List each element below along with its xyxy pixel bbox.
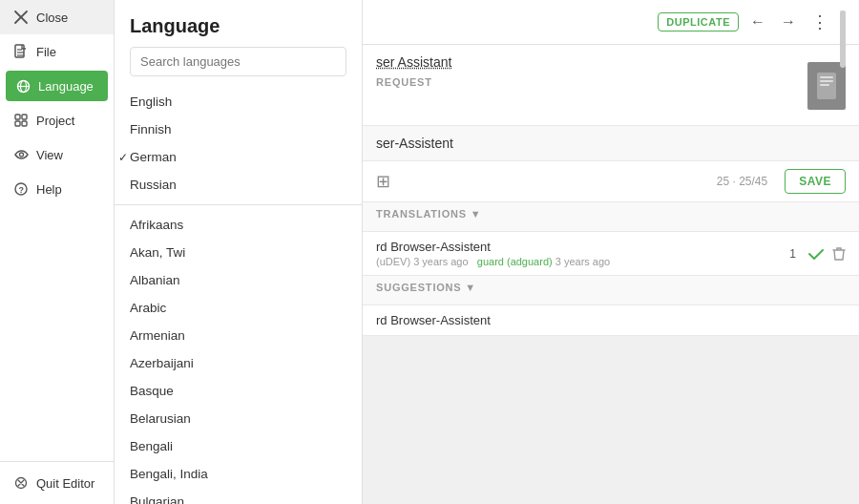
- language-item-russian[interactable]: Russian: [115, 171, 362, 199]
- sidebar-file-label: File: [36, 45, 56, 59]
- translations-label: TRANSLATIONS ▼: [376, 208, 846, 220]
- sidebar-item-project[interactable]: Project: [0, 103, 114, 137]
- language-label-russian: Russian: [130, 178, 177, 192]
- accept-suggestion-button[interactable]: [807, 247, 825, 261]
- sidebar-view-label: View: [36, 148, 63, 162]
- svg-rect-9: [15, 115, 20, 119]
- suggestion-author2-time: 3 years ago: [555, 256, 610, 267]
- sidebar-project-label: Project: [36, 114, 74, 128]
- language-label-belarusian: Belarusian: [130, 411, 191, 426]
- suggestion-author: (uDEV): [376, 256, 410, 267]
- nav-prev-button[interactable]: ←: [746, 11, 769, 32]
- svg-rect-20: [820, 84, 829, 86]
- sidebar-close-label: Close: [36, 10, 68, 25]
- sidebar: Close File Language: [0, 0, 115, 504]
- language-item-bengali[interactable]: Bengali: [115, 432, 362, 460]
- language-item-akan-twi[interactable]: Akan, Twi: [115, 239, 362, 266]
- suggestions-label: SUGGESTIONS ▼: [376, 282, 846, 293]
- language-label-akan-twi: Akan, Twi: [130, 245, 185, 260]
- language-list: English Finnish ✓ German Russian Afrikaa…: [115, 88, 362, 504]
- language-item-finnish[interactable]: Finnish: [115, 116, 362, 143]
- close-icon: [13, 10, 29, 25]
- sidebar-item-close[interactable]: Close: [0, 0, 114, 34]
- sidebar-item-quit[interactable]: Quit Editor: [0, 466, 114, 500]
- suggestion-author-time: 3 years ago: [413, 256, 468, 267]
- request-label: REQUEST: [376, 76, 432, 88]
- translation-display-text: ser-Assistent: [376, 136, 846, 151]
- sidebar-item-help[interactable]: ? Help: [0, 172, 114, 206]
- sidebar-language-label: Language: [38, 79, 94, 94]
- image-thumbnail: [807, 62, 846, 110]
- language-label-bengali: Bengali: [130, 439, 173, 453]
- sidebar-item-view[interactable]: View: [0, 137, 114, 172]
- language-panel-title: Language: [130, 15, 346, 37]
- language-label-azerbaijani: Azerbaijani: [130, 356, 194, 370]
- view-icon: [13, 147, 29, 162]
- language-item-arabic[interactable]: Arabic: [115, 294, 362, 322]
- translation-display-section: ser-Assistent: [363, 126, 859, 161]
- save-button[interactable]: SAVE: [785, 169, 846, 194]
- svg-rect-10: [22, 115, 27, 119]
- language-panel-header: Language: [115, 0, 362, 88]
- file-icon: [13, 44, 29, 59]
- language-item-english[interactable]: English: [115, 88, 362, 116]
- source-title: ser Assistant: [376, 54, 798, 70]
- language-label-armenian: Armenian: [130, 328, 185, 343]
- quit-icon: [13, 475, 29, 491]
- language-label-bulgarian: Bulgarian: [130, 494, 184, 504]
- language-label-afrikaans: Afrikaans: [130, 218, 183, 232]
- suggestions-header: SUGGESTIONS ▼: [363, 276, 859, 305]
- source-section: ser Assistant REQUEST: [363, 45, 859, 126]
- sidebar-help-label: Help: [36, 182, 62, 197]
- main-topbar: DUPLICATE ← → ⋮: [363, 0, 859, 45]
- help-icon: ?: [13, 181, 29, 197]
- search-input[interactable]: [130, 47, 346, 76]
- language-label-arabic: Arabic: [130, 301, 166, 315]
- nav-more-button[interactable]: ⋮: [807, 10, 832, 34]
- language-item-albanian[interactable]: Albanian: [115, 266, 362, 294]
- svg-text:?: ?: [19, 185, 25, 195]
- check-icon-german: ✓: [118, 151, 128, 164]
- sidebar-item-language[interactable]: Language: [6, 71, 108, 101]
- language-label-bengali-india: Bengali, India: [130, 467, 208, 481]
- main-content: DUPLICATE ← → ⋮ ser Assistant REQUEST: [363, 0, 859, 504]
- sidebar-quit-label: Quit Editor: [36, 476, 94, 491]
- language-label-german: German: [130, 150, 177, 164]
- editor-counter: 25 · 25/45: [717, 175, 767, 188]
- language-label-basque: Basque: [130, 384, 174, 398]
- language-item-basque[interactable]: Basque: [115, 377, 362, 405]
- sidebar-item-file[interactable]: File: [0, 34, 114, 69]
- language-item-armenian[interactable]: Armenian: [115, 322, 362, 349]
- language-label-albanian: Albanian: [130, 273, 180, 287]
- language-item-bengali-india[interactable]: Bengali, India: [115, 460, 362, 488]
- language-item-belarusian[interactable]: Belarusian: [115, 405, 362, 432]
- svg-rect-12: [22, 121, 27, 126]
- language-label-english: English: [130, 94, 172, 109]
- suggestion2-row: rd Browser-Assistent: [363, 305, 859, 336]
- language-item-azerbaijani[interactable]: Azerbaijani: [115, 349, 362, 377]
- suggestion-row: rd Browser-Assistent (uDEV) 3 years ago …: [363, 232, 859, 276]
- globe-icon: [15, 78, 31, 94]
- suggestion2-text: rd Browser-Assistent: [376, 313, 846, 327]
- duplicate-button[interactable]: DUPLICATE: [658, 12, 739, 32]
- nav-next-button[interactable]: →: [777, 11, 800, 32]
- suggestion-text: rd Browser-Assistent: [376, 240, 782, 254]
- language-label-finnish: Finnish: [130, 122, 172, 136]
- project-icon: [13, 113, 29, 128]
- suggestion-author2: guard (adguard): [477, 256, 553, 267]
- translations-header: TRANSLATIONS ▼: [363, 202, 859, 232]
- language-panel: Language English Finnish ✓ German Russia…: [115, 0, 363, 504]
- editor-row: ⊞ 25 · 25/45 SAVE: [363, 161, 859, 202]
- delete-suggestion-button[interactable]: [832, 246, 846, 262]
- svg-rect-11: [15, 121, 20, 126]
- search-input-wrap: [130, 47, 346, 76]
- svg-point-13: [19, 153, 23, 157]
- editor-icon: ⊞: [376, 172, 390, 191]
- svg-rect-19: [820, 80, 833, 82]
- language-item-bulgarian[interactable]: Bulgarian: [115, 488, 362, 504]
- language-divider: [115, 204, 362, 205]
- suggestion-count: 1: [789, 247, 796, 261]
- language-item-afrikaans[interactable]: Afrikaans: [115, 211, 362, 239]
- svg-rect-18: [820, 76, 833, 78]
- language-item-german[interactable]: ✓ German: [115, 143, 362, 171]
